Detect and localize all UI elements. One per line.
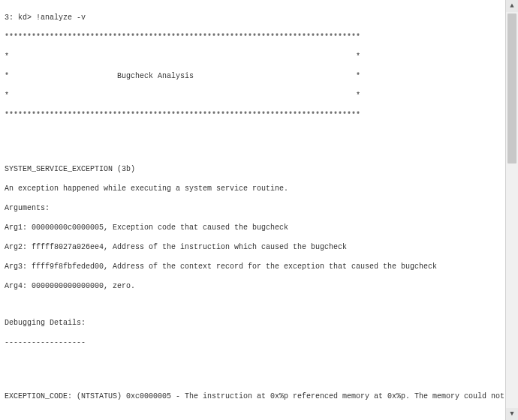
args-label: Arguments:	[5, 203, 513, 213]
vertical-scrollbar[interactable]: ▲ ▼	[505, 0, 518, 420]
bugcheck-title: SYSTEM_SERVICE_EXCEPTION (3b)	[5, 164, 513, 174]
banner-side: * *	[5, 91, 513, 100]
scroll-up-button[interactable]: ▲	[506, 0, 518, 12]
scroll-down-button[interactable]: ▼	[506, 408, 518, 420]
arg1: Arg1: 00000000c0000005, Exception code t…	[5, 223, 513, 232]
debugging-title: Debugging Details:	[5, 318, 513, 328]
exception-code: EXCEPTION_CODE: (NTSTATUS) 0xc0000005 - …	[5, 392, 513, 401]
debugger-output-pane: 3: kd> !analyze -v *********************…	[0, 0, 518, 420]
bugcheck-desc: An exception happened while executing a …	[5, 184, 513, 194]
arg3: Arg3: ffff9f8fbfeded00, Address of the c…	[5, 262, 513, 272]
debugging-sep: ------------------	[5, 338, 513, 347]
banner-border: ****************************************…	[5, 32, 513, 42]
scrollbar-thumb[interactable]	[507, 14, 516, 164]
arg2: Arg2: fffff8027a026ee4, Address of the i…	[5, 242, 513, 252]
prompt-line: 3: kd> !analyze -v	[5, 13, 513, 22]
banner-border: ****************************************…	[5, 110, 513, 120]
arg4: Arg4: 0000000000000000, zero.	[5, 281, 513, 291]
banner-title: * Bugcheck Analysis *	[5, 71, 513, 81]
banner-side: * *	[5, 52, 513, 62]
